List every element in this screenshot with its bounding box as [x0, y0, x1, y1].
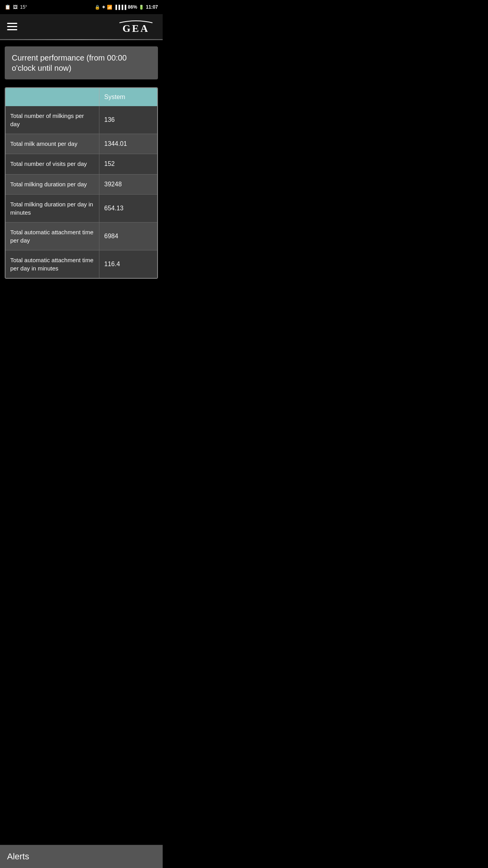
metric-value: 136 — [99, 106, 157, 134]
main-content: Current performance (from 00:00 o'clock … — [0, 40, 163, 316]
metric-label: Total automatic attachment time per day — [6, 222, 99, 250]
hamburger-line-3 — [7, 29, 17, 30]
metric-value: 116.4 — [99, 250, 157, 278]
performance-card: Current performance (from 00:00 o'clock … — [5, 46, 158, 79]
status-bar-right: 🔒 ✶ 📶 ▐▐▐▐ 86% 🔋 11:07 — [95, 4, 158, 10]
outlook-icon: 📋 — [5, 4, 11, 10]
status-bar: 📋 🖼 15° 🔒 ✶ 📶 ▐▐▐▐ 86% 🔋 11:07 — [0, 0, 163, 14]
gea-logo: GEA — [116, 18, 156, 35]
metric-value: 6984 — [99, 222, 157, 250]
bluetooth-icon: ✶ — [102, 5, 105, 10]
metric-value: 39248 — [99, 174, 157, 194]
temperature-label: 15° — [20, 4, 27, 10]
lock-icon: 🔒 — [95, 5, 100, 10]
metric-label: Total automatic attachment time per day … — [6, 250, 99, 278]
signal-icon: ▐▐▐▐ — [114, 5, 126, 9]
time-label: 11:07 — [146, 4, 158, 10]
table-body: Total number of milkings per day 136 Tot… — [6, 106, 157, 278]
app-header: GEA — [0, 14, 163, 39]
metric-label: Total milk amount per day — [6, 134, 99, 154]
metric-value: 1344.01 — [99, 134, 157, 154]
metric-label: Total milking duration per day — [6, 174, 99, 194]
metric-value: 152 — [99, 154, 157, 174]
hamburger-line-1 — [7, 23, 17, 24]
performance-table: System Total number of milkings per day … — [5, 87, 158, 279]
metric-value: 654.13 — [99, 194, 157, 222]
gea-logo-svg: GEA — [116, 18, 156, 34]
metric-label: Total milking duration per day in minute… — [6, 194, 99, 222]
table-header-row: System — [6, 88, 157, 106]
hamburger-menu-button[interactable] — [7, 23, 17, 30]
table-row: Total automatic attachment time per day … — [6, 222, 157, 250]
gallery-icon: 🖼 — [13, 4, 18, 10]
table-row: Total number of milkings per day 136 — [6, 106, 157, 134]
column-header-system: System — [99, 88, 157, 106]
svg-text:GEA: GEA — [123, 23, 149, 34]
status-bar-left: 📋 🖼 15° — [5, 4, 27, 10]
battery-icon: 🔋 — [139, 5, 144, 10]
table-row: Total milk amount per day 1344.01 — [6, 134, 157, 154]
battery-label: 86% — [128, 4, 137, 10]
table-row: Total milking duration per day in minute… — [6, 194, 157, 222]
performance-title: Current performance (from 00:00 o'clock … — [12, 53, 151, 73]
table-row: Total milking duration per day 39248 — [6, 174, 157, 194]
metric-label: Total number of visits per day — [6, 154, 99, 174]
hamburger-line-2 — [7, 26, 17, 27]
column-header-metric — [6, 88, 99, 106]
table-row: Total automatic attachment time per day … — [6, 250, 157, 278]
table-row: Total number of visits per day 152 — [6, 154, 157, 174]
bottom-spacer — [5, 279, 158, 310]
metric-label: Total number of milkings per day — [6, 106, 99, 134]
wifi-icon: 📶 — [107, 5, 112, 10]
